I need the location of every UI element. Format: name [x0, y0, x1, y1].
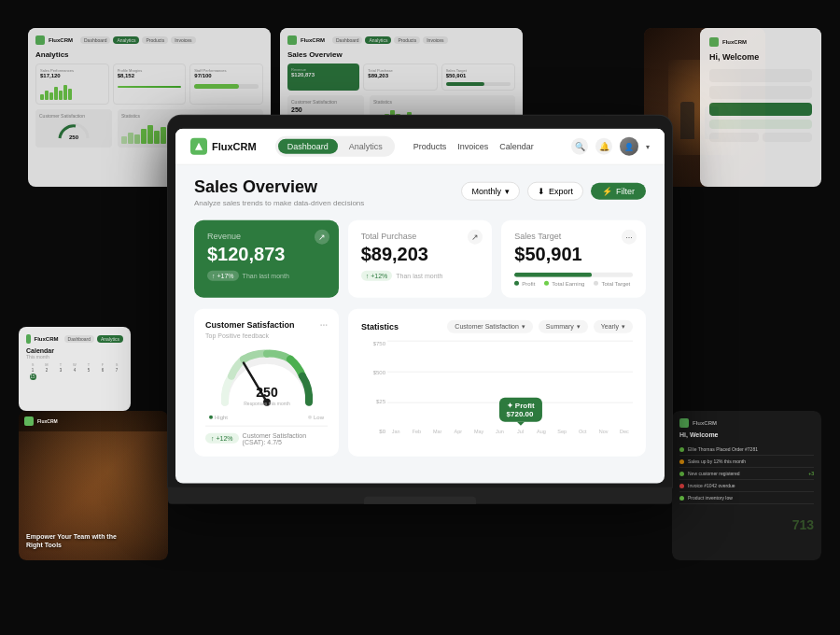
- target-card: ··· Sales Target $50,901 Pr: [501, 219, 646, 297]
- top-nav: FluxCRM Dashboard Analytics Products Inv: [175, 129, 665, 165]
- svg-marker-1: [195, 143, 203, 150]
- page-header: Sales Overview Analyze sales trends to m…: [194, 178, 646, 207]
- filter-yearly[interactable]: Yearly ▾: [594, 319, 633, 332]
- revenue-expand-button[interactable]: ↗: [315, 229, 329, 244]
- filter-button[interactable]: ⚡ Filter: [591, 183, 646, 200]
- revenue-change: ↑ +17% Than last month: [207, 270, 326, 280]
- kpi-row: ↗ Revenue $120,873 ↑ +17% Than last mont…: [194, 219, 646, 297]
- nav-invoices[interactable]: Invoices: [457, 142, 488, 151]
- gauge-low-label: Low: [308, 414, 324, 419]
- page-title-area: Sales Overview Analyze sales trends to m…: [194, 178, 364, 207]
- gauge-number-text: 250: [256, 384, 278, 399]
- bg-login-card: FluxCRM Hi, Welcome: [700, 28, 821, 187]
- nav-links: Products Invoices Calendar: [413, 142, 534, 151]
- user-menu-chevron[interactable]: ▾: [646, 142, 650, 150]
- page-subtitle: Analyze sales trends to make data-driven…: [194, 198, 364, 206]
- bar-jun: Jun: [491, 425, 508, 433]
- revenue-value: $120,873: [207, 242, 326, 264]
- target-more-button[interactable]: ···: [622, 229, 637, 244]
- svg-text:Responses this month: Responses this month: [244, 400, 290, 405]
- statistics-filters: Customer Satisfaction ▾ Summary ▾ Yearly: [447, 319, 633, 332]
- export-icon: ⬇: [538, 187, 545, 196]
- purchase-value: $89,203: [361, 242, 480, 264]
- laptop-base: [168, 487, 672, 504]
- bar-oct: Oct: [574, 425, 591, 433]
- nav-calendar[interactable]: Calendar: [499, 142, 534, 151]
- satisfaction-title: Customer Satisfaction ···: [205, 319, 328, 330]
- legend-profit: Profit: [514, 280, 535, 286]
- revenue-change-text: Than last month: [243, 272, 289, 278]
- revenue-up-icon: ↑: [212, 272, 216, 278]
- gauge-container: 250 Responses this month: [216, 346, 318, 410]
- satisfaction-score: Customer Satisfaction (CSAT): 4.7/5: [243, 431, 328, 444]
- satisfaction-card: Customer Satisfaction ··· Top Positive f…: [194, 308, 339, 456]
- nav-right: 🔍 🔔 👤 ▾: [571, 137, 650, 156]
- tab-dashboard[interactable]: Dashboard: [278, 139, 338, 154]
- purchase-expand-button[interactable]: ↗: [468, 229, 483, 244]
- bg-calendar-card: FluxCRM Dashboard Analytics Calendar Thi…: [19, 327, 131, 411]
- statistics-card: Statistics Customer Satisfaction ▾ Summa…: [348, 308, 646, 456]
- filter-chevron-icon: ▾: [522, 322, 525, 330]
- target-label: Sales Target: [514, 231, 633, 240]
- legend-earning: Total Earning: [544, 280, 584, 286]
- user-avatar[interactable]: 👤: [620, 137, 638, 156]
- purchase-change-text: Than last month: [396, 272, 442, 278]
- filter-summary-chevron-icon: ▾: [577, 322, 581, 330]
- grid-line-top: [387, 340, 633, 341]
- chart-tooltip: ✦ Profit $720.00: [499, 397, 542, 421]
- y-axis: $750 $500 $25 $0: [361, 340, 385, 433]
- bar-chart: $750 $500 $25 $0: [361, 340, 633, 433]
- logo-icon: [190, 138, 207, 155]
- target-progress: Profit Total Earning Total Target: [514, 272, 633, 286]
- revenue-card: ↗ Revenue $120,873 ↑ +17% Than last mont…: [194, 219, 339, 297]
- filter-customer-satisfaction[interactable]: Customer Satisfaction ▾: [447, 319, 532, 332]
- bar-dec: Dec: [616, 425, 633, 433]
- revenue-label: Revenue: [207, 231, 326, 240]
- main-content: Sales Overview Analyze sales trends to m…: [175, 165, 665, 470]
- purchase-label: Total Purchase: [361, 231, 480, 240]
- filter-icon: ⚡: [602, 187, 612, 196]
- progress-bar-bg: [514, 272, 633, 276]
- laptop-frame: FluxCRM Dashboard Analytics Products Inv: [168, 116, 672, 504]
- purchase-change-badge: ↑ +12%: [361, 270, 393, 280]
- statistics-title: Statistics: [361, 321, 399, 331]
- period-select[interactable]: Monthly ▾: [461, 182, 520, 201]
- bg-blog-card: FluxCRM Empower Your Team with theRight …: [19, 411, 168, 560]
- target-value: $50,901: [514, 242, 633, 264]
- header-actions: Monthly ▾ ⬇ Export ⚡ Filter: [461, 182, 646, 201]
- satisfaction-more-button[interactable]: ···: [320, 319, 328, 330]
- y-label-500: $500: [361, 370, 385, 375]
- bell-button[interactable]: 🔔: [595, 138, 612, 155]
- page-title: Sales Overview: [194, 178, 364, 197]
- search-button[interactable]: 🔍: [571, 138, 588, 155]
- nav-tabs: Dashboard Analytics: [275, 136, 395, 157]
- bar-may: May: [470, 425, 487, 433]
- grid-line-mid2: [387, 402, 633, 402]
- gauge-svg: 250 Responses this month: [216, 346, 318, 406]
- filter-yearly-chevron-icon: ▾: [622, 322, 625, 330]
- app-logo: FluxCRM: [190, 138, 257, 155]
- purchase-card: ↗ Total Purchase $89,203 ↑ +12% Than las…: [348, 219, 493, 297]
- filter-summary[interactable]: Summary ▾: [539, 319, 588, 332]
- statistics-header: Statistics Customer Satisfaction ▾ Summa…: [361, 319, 633, 332]
- purchase-up-icon: ↑: [366, 272, 370, 278]
- satisfaction-up-icon: ↑: [211, 435, 215, 442]
- laptop-notch: [392, 123, 448, 127]
- period-chevron-icon: ▾: [505, 187, 510, 196]
- grid-line-mid1: [387, 371, 633, 372]
- tab-analytics[interactable]: Analytics: [340, 139, 392, 154]
- bar-aug: Aug: [533, 425, 550, 433]
- bar-sep: Sep: [553, 425, 570, 433]
- bar-jul: ✦ Profit $720.00 Jul: [512, 425, 529, 433]
- y-label-750: $750: [361, 340, 385, 346]
- y-label-25: $25: [361, 399, 385, 404]
- bar-nov: Nov: [595, 425, 612, 433]
- laptop-screen: FluxCRM Dashboard Analytics Products Inv: [175, 129, 665, 484]
- nav-products[interactable]: Products: [413, 142, 447, 151]
- satisfaction-footer: ↑ +12% Customer Satisfaction (CSAT): 4.7…: [205, 425, 328, 444]
- satisfaction-subtitle: Top Positive feedback: [205, 332, 328, 338]
- crm-app: FluxCRM Dashboard Analytics Products Inv: [175, 129, 665, 484]
- progress-bar-fill: [514, 272, 591, 276]
- export-button[interactable]: ⬇ Export: [527, 182, 583, 201]
- bg-notif-card: FluxCRM Hi, Welcome Ellie Thomas Placed …: [672, 411, 821, 560]
